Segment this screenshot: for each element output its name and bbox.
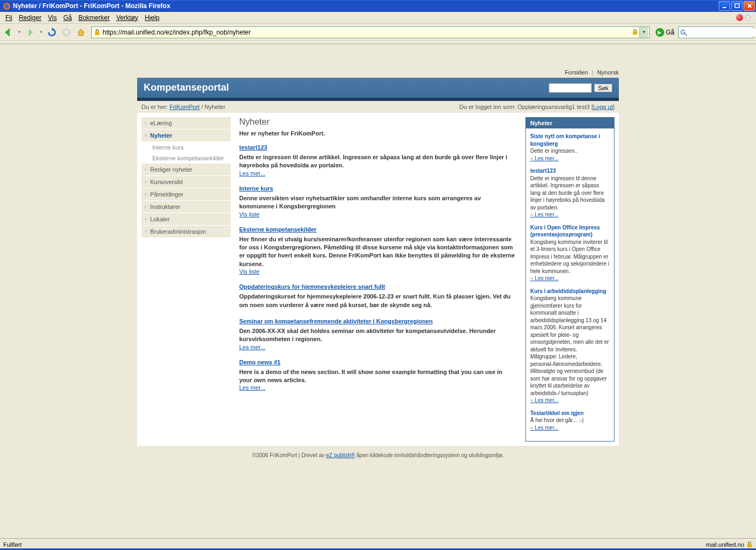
- minimize-button[interactable]: [719, 1, 730, 11]
- site-icon: [93, 28, 102, 37]
- read-more-link[interactable]: Les mer...: [239, 170, 265, 176]
- page-intro: Her er nyheter for FriKomPort.: [239, 130, 517, 137]
- news-title-link[interactable]: Oppdateringskurs for hjemmesykepleiere s…: [239, 283, 385, 290]
- news-box-title: Nyheter: [526, 118, 614, 128]
- menu-vis[interactable]: Vis: [45, 13, 60, 23]
- news-item: Eksterne kompetansekilder Her finner du …: [239, 225, 517, 275]
- sidebar-news-title[interactable]: Siste nytt om kompetanse i kongsberg: [530, 133, 610, 147]
- site-search-button[interactable]: Søk: [594, 84, 612, 92]
- back-dropdown[interactable]: ▼: [17, 30, 22, 35]
- view-list-link[interactable]: Vis liste: [239, 211, 260, 218]
- menu-verktoy[interactable]: Verktøy: [113, 13, 141, 23]
- adblock-icon[interactable]: [736, 14, 743, 21]
- sidebar-read-more[interactable]: Les mer...: [530, 397, 558, 403]
- news-body: Denne oversikten viser nyhetsartikler so…: [239, 194, 517, 211]
- url-bar[interactable]: ▼: [91, 26, 650, 38]
- news-title-link[interactable]: Eksterne kompetansekilder: [239, 226, 316, 233]
- crumb-link[interactable]: FriKomPort: [170, 104, 200, 110]
- page-heading: Nyheter: [239, 117, 517, 127]
- sidebar-news-item: Kurs i Open Office Impress (presentasjon…: [530, 224, 610, 282]
- news-title-link[interactable]: Demo news #1: [239, 359, 280, 365]
- breadcrumb-row: Du er her: FriKomPort / Nyheter Du er lo…: [137, 101, 619, 113]
- news-item: Seminar om kompetansefremmende aktivitet…: [239, 317, 517, 350]
- news-item: Interne kurs Denne oversikten viser nyhe…: [239, 184, 517, 218]
- nav-pameldinger[interactable]: Påmeldinger: [141, 188, 231, 201]
- site-title: Kompetanseportal: [144, 82, 549, 93]
- window-titlebar: Nyheter / FriKomPort - FriKomPort - Mozi…: [0, 0, 756, 12]
- news-title-link[interactable]: Seminar om kompetansefremmende aktivitet…: [239, 318, 433, 324]
- nav-nyheter[interactable]: Nyheter: [141, 130, 231, 142]
- viewport: Forsiden | Nynorsk Kompetanseportal Søk …: [0, 44, 756, 487]
- read-more-link[interactable]: Les mer...: [239, 384, 265, 391]
- logout-link[interactable]: Logg ut: [593, 104, 613, 110]
- view-list-link[interactable]: Vis liste: [239, 268, 260, 275]
- news-item: Demo news #1 Here is a demo of the news …: [239, 358, 517, 391]
- sidebar-news-text: Kongsberg kommune gjennomfører kurs for …: [530, 295, 610, 397]
- maximize-button[interactable]: [731, 1, 742, 11]
- menu-rediger[interactable]: Rediger: [16, 13, 45, 23]
- browser-search[interactable]: G: [678, 26, 754, 38]
- sidebar-read-more[interactable]: Les mer...: [530, 212, 558, 218]
- news-item: Oppdateringskurs for hjemmesykepleiere s…: [239, 282, 517, 309]
- news-body: Here is a demo of the news section. It w…: [239, 368, 517, 385]
- menu-fil[interactable]: Fil: [2, 13, 16, 23]
- svg-rect-7: [633, 31, 637, 35]
- reload-button[interactable]: [45, 26, 58, 39]
- sidebar-news-title[interactable]: Testartikkel om igjen: [530, 410, 610, 417]
- sidebar-news-text: Kongsberg kommune inviterer til et 3-tim…: [530, 239, 610, 275]
- sidebar-news-text: Å hei hvor det går... :-): [530, 417, 610, 424]
- site-footer: ©2006 FriKomPort | Drevet av eZ publish®…: [137, 448, 619, 463]
- nav-elaring[interactable]: eLæring: [141, 117, 231, 130]
- news-body: Her finner du et utvalg kurs/seminarer/k…: [239, 235, 517, 269]
- svg-rect-2: [723, 7, 726, 8]
- right-sidebar: Nyheter Siste nytt om kompetanse i kongs…: [525, 117, 615, 442]
- svg-text:G: G: [680, 29, 685, 36]
- site-search-input[interactable]: [549, 83, 592, 93]
- sidebar-news-text: Dette er ingressen til denne artikkel. I…: [530, 175, 610, 212]
- content-area: eLæring Nyheter Interne kurs Eksterne ko…: [137, 113, 619, 446]
- stop-button[interactable]: [60, 26, 73, 39]
- login-status: Du er logget inn som: Opplæringsansvarli…: [460, 104, 615, 110]
- site-header: Kompetanseportal Søk: [137, 78, 619, 98]
- nav-kursoversikt[interactable]: Kursoversikt: [141, 176, 231, 188]
- sidebar-read-more[interactable]: Les mer...: [530, 275, 558, 281]
- sidebar-read-more[interactable]: Les mer...: [530, 155, 558, 161]
- nav-instruktorer[interactable]: Instruktører: [141, 201, 231, 213]
- nav-interne-kurs[interactable]: Interne kurs: [141, 142, 231, 153]
- link-nynorsk[interactable]: Nynorsk: [597, 69, 619, 76]
- top-links: Forsiden | Nynorsk: [137, 67, 619, 78]
- forward-dropdown[interactable]: ▼: [38, 30, 44, 35]
- menubar: Fil Rediger Vis Gå Bokmerker Verktøy Hje…: [0, 12, 756, 24]
- read-more-link[interactable]: Les mer...: [239, 344, 265, 350]
- url-input[interactable]: [102, 29, 632, 36]
- nav-brukeradmin[interactable]: Brukeradministrasjon: [141, 226, 231, 238]
- link-forsiden[interactable]: Forsiden: [565, 69, 588, 76]
- news-box: Nyheter Siste nytt om kompetanse i kongs…: [525, 117, 615, 442]
- sidebar-read-more[interactable]: Les mer...: [530, 425, 558, 431]
- nav-eksterne[interactable]: Eksterne kompetansekilder: [141, 153, 231, 164]
- news-title-link[interactable]: testart123: [239, 144, 267, 151]
- url-dropdown[interactable]: ▼: [639, 27, 648, 38]
- home-button[interactable]: [75, 26, 87, 39]
- left-nav: eLæring Nyheter Interne kurs Eksterne ko…: [141, 117, 231, 442]
- sidebar-news-title[interactable]: Kurs i Open Office Impress (presentasjon…: [530, 224, 610, 239]
- browser-search-input[interactable]: [688, 29, 756, 36]
- news-title-link[interactable]: Interne kurs: [239, 185, 273, 192]
- svg-rect-6: [95, 32, 99, 35]
- sidebar-news-item: Kurs i arbeidstidsplanleggingKongsberg k…: [530, 288, 610, 404]
- back-button[interactable]: [2, 26, 15, 39]
- menu-ga[interactable]: Gå: [60, 13, 75, 23]
- nav-lokaler[interactable]: Lokaler: [141, 213, 231, 226]
- go-icon: ▶: [656, 28, 664, 37]
- close-button[interactable]: [744, 1, 755, 11]
- menu-bokmerker[interactable]: Bokmerker: [75, 13, 113, 23]
- window-title: Nyheter / FriKomPort - FriKomPort - Mozi…: [13, 2, 719, 10]
- window-buttons: [719, 1, 755, 11]
- go-button[interactable]: ▶ Gå: [653, 28, 677, 37]
- menu-hjelp[interactable]: Hjelp: [141, 13, 163, 23]
- ezpublish-link[interactable]: eZ publish®: [326, 452, 355, 458]
- sidebar-news-title[interactable]: Kurs i arbeidstidsplanlegging: [530, 288, 610, 295]
- forward-button[interactable]: [24, 26, 37, 39]
- sidebar-news-title[interactable]: testart123: [530, 167, 610, 175]
- nav-rediger-nyheter[interactable]: Rediger nyheter: [141, 164, 231, 176]
